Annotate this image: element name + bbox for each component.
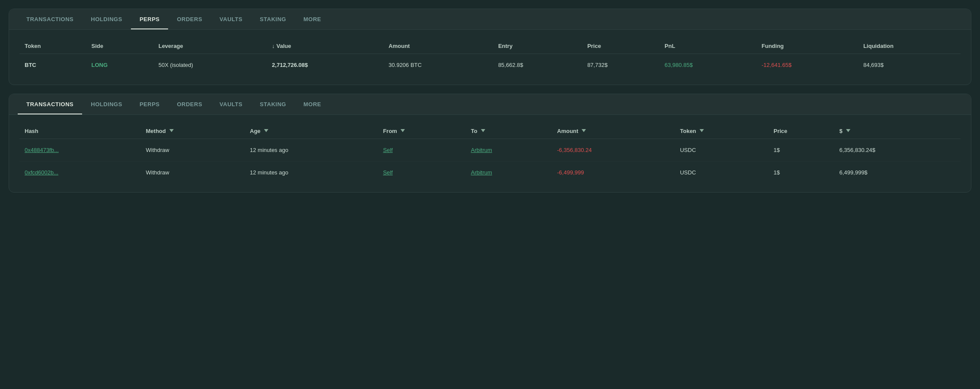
perps-tab-bar: TRANSACTIONS HOLDINGS PERPS ORDERS VAULT…	[9, 9, 971, 30]
tab-perps-1[interactable]: PERPS	[131, 9, 169, 29]
col-side: Side	[86, 38, 153, 54]
cell-to-1[interactable]: Arbitrum	[466, 139, 552, 161]
col-token[interactable]: Token	[675, 123, 768, 139]
cell-age-2: 12 minutes ago	[245, 161, 378, 184]
transactions-table-area: Hash Method Age	[9, 115, 971, 192]
tab-holdings-1[interactable]: HOLDINGS	[82, 9, 131, 29]
cell-method-1: Withdraw	[141, 139, 245, 161]
cell-token-1: USDC	[675, 139, 768, 161]
col-value[interactable]: ↓Value	[267, 38, 383, 54]
tab-more-1[interactable]: MORE	[295, 9, 330, 29]
tab-vaults-2[interactable]: VAULTS	[211, 94, 251, 114]
cell-amount-2: -6,499,999	[552, 161, 675, 184]
tab-staking-2[interactable]: STAKING	[251, 94, 295, 114]
cell-price: 87,732$	[582, 54, 659, 76]
method-filter-icon[interactable]	[169, 129, 174, 132]
col-price: Price	[768, 123, 834, 139]
perps-table-area: Token Side Leverage ↓Value Amount Entry …	[9, 30, 971, 85]
col-entry: Entry	[493, 38, 582, 54]
cell-amount: 30.9206 BTC	[383, 54, 493, 76]
cell-price-2: 1$	[768, 161, 834, 184]
table-row: 0x488473fb... Withdraw 12 minutes ago Se…	[19, 139, 961, 161]
col-leverage: Leverage	[153, 38, 267, 54]
usd-filter-icon[interactable]	[846, 129, 850, 132]
col-funding: Funding	[757, 38, 858, 54]
cell-liquidation: 84,693$	[858, 54, 961, 76]
cell-to-2[interactable]: Arbitrum	[466, 161, 552, 184]
tab-transactions-1[interactable]: TRANSACTIONS	[18, 9, 82, 29]
cell-token: BTC	[19, 54, 86, 76]
cell-entry: 85,662.8$	[493, 54, 582, 76]
col-amount[interactable]: Amount	[552, 123, 675, 139]
cell-leverage: 50X (isolated)	[153, 54, 267, 76]
cell-price-1: 1$	[768, 139, 834, 161]
cell-from-2[interactable]: Self	[378, 161, 465, 184]
col-to[interactable]: To	[466, 123, 552, 139]
col-pnl: PnL	[659, 38, 756, 54]
cell-hash-1[interactable]: 0x488473fb...	[19, 139, 141, 161]
cell-token-2: USDC	[675, 161, 768, 184]
cell-age-1: 12 minutes ago	[245, 139, 378, 161]
transactions-panel: TRANSACTIONS HOLDINGS PERPS ORDERS VAULT…	[9, 94, 971, 193]
col-method[interactable]: Method	[141, 123, 245, 139]
col-age[interactable]: Age	[245, 123, 378, 139]
cell-pnl: 63,980.85$	[659, 54, 756, 76]
col-liquidation: Liquidation	[858, 38, 961, 54]
cell-amount-1: -6,356,830.24	[552, 139, 675, 161]
tab-more-2[interactable]: MORE	[295, 94, 330, 114]
cell-funding: -12,641.65$	[757, 54, 858, 76]
perps-table: Token Side Leverage ↓Value Amount Entry …	[19, 38, 961, 76]
to-filter-icon[interactable]	[481, 129, 485, 132]
col-usd[interactable]: $	[834, 123, 961, 139]
cell-usd-1: 6,356,830.24$	[834, 139, 961, 161]
perps-panel: TRANSACTIONS HOLDINGS PERPS ORDERS VAULT…	[9, 9, 971, 85]
cell-value: 2,712,726.08$	[267, 54, 383, 76]
col-hash: Hash	[19, 123, 141, 139]
tab-vaults-1[interactable]: VAULTS	[211, 9, 251, 29]
col-amount: Amount	[383, 38, 493, 54]
cell-hash-2[interactable]: 0xfcd6002b...	[19, 161, 141, 184]
amount-filter-icon[interactable]	[582, 129, 586, 132]
cell-side: LONG	[86, 54, 153, 76]
tab-perps-2[interactable]: PERPS	[131, 94, 169, 114]
tab-staking-1[interactable]: STAKING	[251, 9, 295, 29]
col-price: Price	[582, 38, 659, 54]
transactions-tab-bar: TRANSACTIONS HOLDINGS PERPS ORDERS VAULT…	[9, 94, 971, 115]
transactions-table: Hash Method Age	[19, 123, 961, 183]
tab-holdings-2[interactable]: HOLDINGS	[82, 94, 131, 114]
sort-arrow-icon: ↓	[272, 43, 275, 49]
tab-orders-2[interactable]: ORDERS	[168, 94, 211, 114]
token-filter-icon[interactable]	[700, 129, 704, 132]
col-token: Token	[19, 38, 86, 54]
tab-transactions-2[interactable]: TRANSACTIONS	[18, 94, 82, 114]
from-filter-icon[interactable]	[401, 129, 405, 132]
tab-orders-1[interactable]: ORDERS	[168, 9, 211, 29]
table-row: BTC LONG 50X (isolated) 2,712,726.08$ 30…	[19, 54, 961, 76]
cell-usd-2: 6,499,999$	[834, 161, 961, 184]
cell-from-1[interactable]: Self	[378, 139, 465, 161]
cell-method-2: Withdraw	[141, 161, 245, 184]
table-row: 0xfcd6002b... Withdraw 12 minutes ago Se…	[19, 161, 961, 184]
col-from[interactable]: From	[378, 123, 465, 139]
age-filter-icon[interactable]	[264, 129, 268, 132]
